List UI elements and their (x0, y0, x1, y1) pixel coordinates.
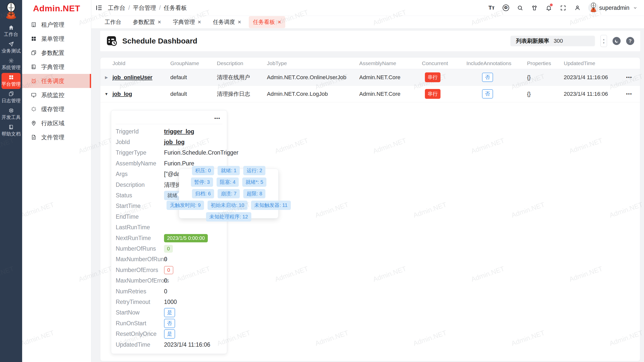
primary-nav: 工作台 业务测试 系统管理 平台管理 日志管理 (0, 23, 22, 139)
file-icon (31, 134, 37, 140)
rail-item-help-docs[interactable]: 帮助文档 (2, 123, 21, 139)
sidebar-item-system-monitor[interactable]: 系统监控 (22, 88, 91, 102)
cell-job-type: Admin.NET.Core.LogJob (267, 91, 359, 97)
fullscreen-icon[interactable] (559, 4, 567, 12)
job-id-link[interactable]: job_log (112, 91, 132, 97)
username: superadmin (599, 5, 629, 11)
tab-task-board[interactable]: 任务看板 ✕ (249, 16, 285, 28)
expand-caret-icon[interactable]: ▶ (100, 75, 112, 80)
step-down-icon: ▾ (603, 41, 605, 44)
sidebar-item-tenant-mgmt[interactable]: 租户管理 (22, 18, 91, 32)
breadcrumb-separator: / (159, 5, 160, 11)
detail-actions-ellipsis[interactable]: ••• (214, 116, 220, 121)
logo-avatar (4, 2, 18, 22)
location-pin-icon (31, 120, 37, 126)
cache-spinner-icon (31, 106, 37, 112)
col-header: Concurrent (422, 60, 466, 66)
search-icon[interactable] (516, 4, 524, 12)
table-row-job-onlineUser: ▶ job_onlineUser default 清理在线用户 Admin.NE… (100, 69, 640, 86)
rail-item-system-mgmt[interactable]: 系统管理 (2, 56, 21, 72)
refresh-rate-label: 列表刷新频率 (516, 37, 549, 45)
refresh-rate-stepper[interactable]: ▴ ▾ (600, 35, 607, 47)
tab-task-schedule[interactable]: 任务调度 ✕ (209, 16, 245, 28)
cell-description: 清理在线用户 (217, 74, 267, 81)
sidebar-item-admin-region[interactable]: 行政区域 (22, 116, 91, 130)
close-icon[interactable]: ✕ (197, 19, 201, 25)
cell-updated-time: 2023/1/4 11:16:06 (564, 91, 626, 97)
close-icon[interactable]: ✕ (237, 19, 241, 25)
user-menu[interactable]: superadmin (588, 3, 637, 13)
dark-mode-toggle[interactable] (613, 37, 621, 45)
secondary-nav: 租户管理 菜单管理 参数配置 字典管理 任务调度 系统监控 (22, 18, 91, 144)
legend-tag: 积压: 0 (192, 166, 214, 175)
user-profile-icon[interactable] (574, 4, 581, 12)
cell-group: default (170, 74, 217, 81)
menu-fold-icon[interactable] (95, 4, 103, 12)
job-id-link[interactable]: job_onlineUser (112, 74, 152, 80)
app-root: 工作台 业务测试 系统管理 平台管理 日志管理 (0, 0, 644, 362)
sidebar-item-menu-mgmt[interactable]: 菜单管理 (22, 32, 91, 46)
app-logo-text: Admin.NET (22, 0, 91, 17)
topbar: 工作台 / 平台管理 / 任务看板 Tт Φ (91, 0, 644, 16)
tab-param-config[interactable]: 参数配置 ✕ (129, 16, 165, 28)
include-annotations-tag: 否 (482, 73, 493, 82)
breadcrumb-item[interactable]: 工作台 (108, 4, 125, 12)
topbar-actions: Tт Φ (488, 3, 637, 13)
sidebar-item-task-schedule[interactable]: 任务调度 (22, 74, 91, 88)
cell-updated-time: 2023/1/4 11:16:06 (564, 74, 626, 81)
concurrent-tag: 串行 (425, 89, 440, 99)
chevron-down-icon (633, 6, 637, 10)
sidebar-item-file-mgmt[interactable]: 文件管理 (22, 130, 91, 144)
job-id-link[interactable]: job_log (164, 139, 185, 146)
sidebar-item-label: 系统监控 (41, 91, 64, 99)
font-size-icon[interactable]: Tт (488, 4, 495, 12)
rail-item-label: 帮助文档 (2, 131, 21, 137)
legend-tag: 未知触发器: 11 (251, 201, 291, 210)
rail-item-business-test[interactable]: 业务测试 (2, 40, 21, 56)
include-annotations-tag: 否 (482, 89, 493, 99)
breadcrumb-item[interactable]: 平台管理 (133, 4, 156, 12)
language-icon[interactable]: Φ (502, 4, 510, 12)
help-button[interactable]: ? (626, 37, 634, 45)
rail-item-dev-tools[interactable]: 开发工具 (2, 106, 21, 122)
cell-properties: {} (527, 91, 564, 97)
sidebar-item-dict-mgmt[interactable]: 字典管理 (22, 60, 91, 74)
run-on-start-tag: 否 (164, 319, 175, 328)
rail-item-log-mgmt[interactable]: 日志管理 (2, 89, 21, 106)
rail-item-label: 业务测试 (2, 48, 21, 54)
alarm-clock-icon (31, 78, 37, 84)
rail-item-platform-mgmt[interactable]: 平台管理 (2, 73, 21, 89)
close-icon[interactable]: ✕ (157, 19, 161, 25)
sidebar-item-label: 菜单管理 (41, 35, 64, 43)
grid-icon (8, 74, 14, 80)
next-run-time-tag: 2023/1/5 0:00:00 (164, 234, 208, 242)
sidebar-item-cache-mgmt[interactable]: 缓存管理 (22, 102, 91, 116)
max-number-of-errors-value: 0 (164, 277, 167, 284)
refresh-rate-input[interactable]: 列表刷新频率 300 (510, 36, 595, 46)
book-icon (8, 124, 14, 130)
cell-group: default (170, 91, 217, 97)
tab-workbench[interactable]: 工作台 (101, 16, 125, 28)
monitor-icon (31, 92, 37, 98)
breadcrumb-item: 任务看板 (164, 4, 187, 12)
collapse-caret-icon[interactable]: ▼ (100, 92, 112, 96)
sidebar-item-label: 租户管理 (41, 21, 64, 29)
secondary-sidebar: Admin.NET 租户管理 菜单管理 参数配置 字典管理 任务调度 (22, 0, 91, 362)
row-actions-ellipsis[interactable]: ••• (626, 75, 640, 80)
col-header: Properties (527, 60, 564, 66)
theme-skin-icon[interactable] (531, 4, 538, 12)
grid-dots-icon (31, 36, 37, 42)
copy-docs-icon (8, 91, 14, 97)
trigger-id-link[interactable]: trigger_log (164, 128, 194, 135)
notification-bell-icon[interactable] (545, 4, 553, 12)
tab-dict-mgmt[interactable]: 字典管理 ✕ (169, 16, 205, 28)
close-icon[interactable]: ✕ (277, 19, 281, 25)
row-actions-ellipsis[interactable]: ••• (626, 92, 640, 97)
sidebar-item-label: 行政区域 (41, 119, 64, 127)
rail-item-workbench[interactable]: 工作台 (2, 23, 21, 39)
notification-badge (550, 4, 553, 6)
rail-item-label: 平台管理 (2, 81, 21, 87)
legend-tag: 未知处理程序: 12 (206, 212, 251, 221)
sidebar-item-param-config[interactable]: 参数配置 (22, 46, 91, 60)
schedule-dashboard-icon (106, 35, 118, 47)
